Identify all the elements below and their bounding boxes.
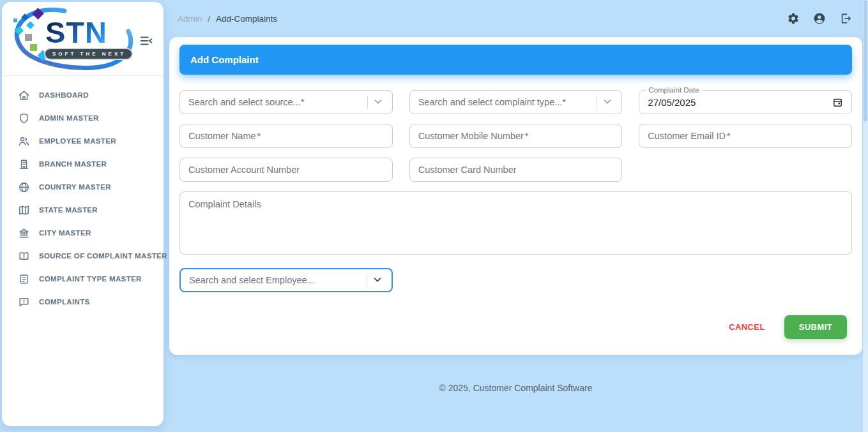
employee-select-placeholder: Search and select Employee... — [189, 275, 315, 285]
sidebar-item-source-of-complaint-master[interactable]: SOURCE OF COMPLAINT MASTER — [2, 244, 164, 267]
source-select[interactable]: Search and select source...* — [179, 90, 393, 114]
building-icon — [18, 158, 30, 170]
sidebar-item-admin-master[interactable]: ADMIN MASTER — [2, 107, 164, 130]
complaint-details-textarea[interactable] — [179, 191, 852, 255]
sidebar-nav: DASHBOARD ADMIN MASTER EMPLOYEE MASTER B… — [2, 76, 164, 313]
customer-mobile-field[interactable]: Customer Mobile Number * — [409, 124, 623, 148]
logo-square — [13, 19, 17, 22]
source-select-placeholder: Search and select source...* — [188, 97, 304, 107]
sidebar-item-label: ADMIN MASTER — [39, 114, 99, 122]
grid-spacer — [639, 158, 852, 182]
sidebar-item-state-master[interactable]: STATE MASTER — [2, 198, 164, 221]
card-title-banner: Add Complaint — [179, 45, 852, 75]
stn-logo: STN SOFT THE NEXT — [8, 7, 136, 71]
sidebar: STN SOFT THE NEXT DASHBOARD ADMIN MA — [2, 2, 164, 426]
sidebar-item-employee-master[interactable]: EMPLOYEE MASTER — [2, 130, 164, 153]
customer-name-field[interactable]: Customer Name * — [179, 124, 393, 148]
sidebar-item-country-master[interactable]: COUNTRY MASTER — [2, 175, 164, 198]
sidebar-item-label: BRANCH MASTER — [39, 160, 107, 168]
complaint-date-value[interactable]: 27/05/2025 — [648, 97, 696, 108]
cancel-button[interactable]: CANCEL — [729, 322, 765, 332]
globe-icon — [18, 181, 30, 193]
breadcrumb-current: Add-Complaints — [216, 14, 277, 24]
customer-email-field[interactable]: Customer Email ID * — [639, 124, 852, 148]
complaint-form: Search and select source...* Search and … — [179, 90, 852, 292]
customer-email-placeholder: Customer Email ID — [648, 131, 726, 141]
sidebar-item-branch-master[interactable]: BRANCH MASTER — [2, 153, 164, 175]
topbar-actions — [787, 12, 852, 25]
page-title: Add Complaint — [190, 54, 259, 65]
open-book-icon — [18, 250, 30, 262]
main-area: Admin / Add-Complaints Add Complaint — [164, 0, 868, 432]
customer-account-input[interactable] — [179, 158, 393, 182]
complaint-type-select-placeholder: Search and select complaint type...* — [418, 97, 566, 107]
settings-icon[interactable] — [787, 12, 800, 25]
sidebar-item-label: DASHBOARD — [39, 91, 89, 99]
select-divider — [597, 96, 597, 109]
logo-square — [30, 44, 37, 51]
select-divider — [367, 274, 367, 287]
customer-card-input[interactable] — [409, 158, 623, 182]
sidebar-item-city-master[interactable]: CITY MASTER — [2, 221, 164, 244]
people-icon — [18, 135, 30, 147]
sidebar-item-complaint-type-master[interactable]: COMPLAINT TYPE MASTER — [2, 267, 164, 290]
select-divider — [367, 96, 368, 109]
breadcrumb: Admin / Add-Complaints — [178, 14, 277, 24]
app-viewport: STN SOFT THE NEXT DASHBOARD ADMIN MA — [0, 0, 868, 432]
sidebar-item-label: COUNTRY MASTER — [39, 183, 111, 191]
breadcrumb-separator: / — [208, 14, 210, 24]
sidebar-item-label: EMPLOYEE MASTER — [39, 137, 116, 145]
page-scrollbar[interactable] — [863, 0, 868, 432]
logout-icon[interactable] — [839, 12, 852, 25]
submit-button[interactable]: SUBMIT — [784, 315, 847, 339]
sidebar-item-label: COMPLAINT TYPE MASTER — [39, 275, 142, 283]
required-asterisk: * — [525, 131, 529, 141]
chevron-down-icon[interactable] — [372, 274, 383, 287]
complaint-date-field[interactable]: Complaint Date 27/05/2025 — [639, 90, 852, 114]
breadcrumb-section[interactable]: Admin — [178, 14, 202, 24]
menu-collapse-icon[interactable] — [139, 34, 153, 50]
add-complaint-card: Add Complaint Search and select source..… — [169, 37, 862, 355]
customer-mobile-placeholder: Customer Mobile Number — [418, 131, 524, 141]
customer-name-placeholder: Customer Name — [188, 131, 256, 141]
required-asterisk: * — [257, 131, 261, 141]
sidebar-item-label: STATE MASTER — [39, 206, 98, 214]
shield-icon — [18, 112, 30, 124]
logo-tagline: SOFT THE NEXT — [44, 48, 133, 60]
logo-text: STN — [45, 15, 107, 50]
complaint-date-label: Complaint Date — [646, 86, 701, 94]
footer-text: © 2025, Customer Complaint Software — [169, 383, 862, 393]
sidebar-item-complaints[interactable]: COMPLAINTS — [2, 290, 164, 313]
complaint-type-select[interactable]: Search and select complaint type...* — [409, 90, 623, 114]
calendar-icon[interactable] — [832, 97, 843, 108]
form-actions: CANCEL SUBMIT — [179, 315, 852, 339]
account-icon[interactable] — [813, 12, 826, 25]
chevron-down-icon[interactable] — [372, 96, 384, 109]
sidebar-item-dashboard[interactable]: DASHBOARD — [2, 84, 164, 107]
map-icon — [18, 204, 30, 216]
logo-area: STN SOFT THE NEXT — [2, 2, 164, 76]
chat-alert-icon — [18, 296, 30, 308]
bank-icon — [18, 227, 30, 239]
home-icon — [18, 89, 30, 101]
chevron-down-icon[interactable] — [602, 96, 613, 109]
logo-square — [25, 34, 32, 41]
required-asterisk: * — [727, 131, 731, 141]
topbar: Admin / Add-Complaints — [169, 0, 862, 37]
sidebar-item-label: SOURCE OF COMPLAINT MASTER — [39, 252, 167, 260]
scrollbar-thumb[interactable] — [864, 0, 867, 121]
employee-select[interactable]: Search and select Employee... — [179, 268, 393, 292]
sidebar-item-label: CITY MASTER — [39, 229, 91, 237]
document-list-icon — [18, 273, 30, 285]
sidebar-item-label: COMPLAINTS — [39, 298, 90, 306]
